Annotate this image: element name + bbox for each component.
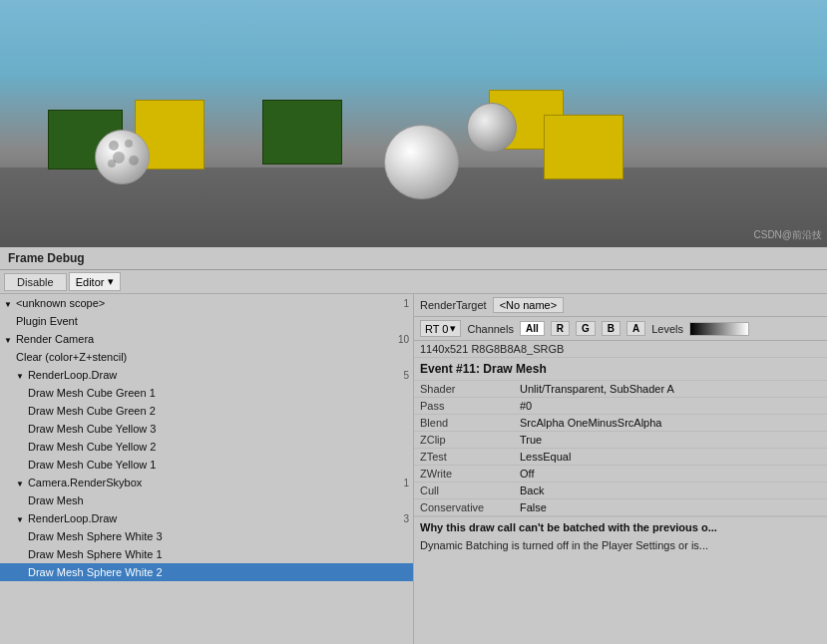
event-title: Event #11: Draw Mesh <box>414 358 827 381</box>
tree-item-text: <unknown scope> <box>16 297 105 309</box>
info-panel: RenderTarget <No name> RT 0 ▾ Channels A… <box>414 294 827 644</box>
shader-label: Shader <box>414 381 514 398</box>
cube-green-2 <box>262 100 342 164</box>
tree-item-text: Clear (color+Z+stencil) <box>16 351 127 363</box>
prop-pass: Pass #0 <box>414 398 827 415</box>
triangle-down-icon <box>16 369 26 381</box>
tree-item[interactable]: Draw Mesh <box>0 491 413 509</box>
chevron-down-icon-rt: ▾ <box>450 322 456 335</box>
zwrite-value: Off <box>514 466 827 483</box>
cull-label: Cull <box>414 483 514 499</box>
triangle-down-icon <box>4 297 14 309</box>
panel-header: Frame Debug <box>0 247 827 270</box>
channels-label: Channels <box>467 323 513 335</box>
triangle-down-icon <box>16 477 26 488</box>
pass-label: Pass <box>414 398 514 415</box>
rt-bar-2: RT 0 ▾ Channels All R G B A Levels <box>414 317 827 341</box>
tree-item-text: RenderLoop.Draw <box>28 512 117 524</box>
tree-item-text: Draw Mesh <box>28 494 84 506</box>
watermark: CSDN@前沿技 <box>754 228 823 242</box>
prop-zwrite: ZWrite Off <box>414 466 827 483</box>
shader-value: Unlit/Transparent, SubShader A <box>514 381 827 398</box>
conservative-label: Conservative <box>414 499 514 516</box>
tree-item-text: Camera.RenderSkybox <box>28 477 142 488</box>
tree-item-text: Draw Mesh Sphere White 2 <box>28 566 163 578</box>
editor-dropdown[interactable]: Editor ▾ <box>69 272 122 291</box>
tree-item-label: <unknown scope> <box>4 297 105 309</box>
prop-zclip: ZClip True <box>414 432 827 449</box>
count-badge: 3 <box>389 513 409 524</box>
panel-body: <unknown scope>1Plugin EventRender Camer… <box>0 294 827 644</box>
disable-button[interactable]: Disable <box>4 273 67 291</box>
cull-value: Back <box>514 483 827 499</box>
blend-value: SrcAlpha OneMinusSrcAlpha <box>514 415 827 432</box>
tree-item[interactable]: Draw Mesh Cube Green 1 <box>0 384 413 402</box>
editor-label: Editor <box>76 276 105 288</box>
count-badge: 10 <box>389 334 409 345</box>
tree-item-label: Draw Mesh Cube Yellow 1 <box>4 459 156 471</box>
tree-item[interactable]: <unknown scope>1 <box>0 294 413 312</box>
count-badge: 1 <box>389 298 409 309</box>
pass-value: #0 <box>514 398 827 415</box>
channel-a-btn[interactable]: A <box>626 321 645 336</box>
rt0-dropdown[interactable]: RT 0 ▾ <box>420 320 461 337</box>
tree-item[interactable]: Camera.RenderSkybox1 <box>0 474 413 491</box>
ztest-value: LessEqual <box>514 449 827 466</box>
tree-panel[interactable]: <unknown scope>1Plugin EventRender Camer… <box>0 294 414 644</box>
tree-item[interactable]: Draw Mesh Cube Green 2 <box>0 402 413 420</box>
tree-item-text: Draw Mesh Sphere White 3 <box>28 530 163 542</box>
zclip-value: True <box>514 432 827 449</box>
tree-item[interactable]: Draw Mesh Sphere White 1 <box>0 545 413 563</box>
levels-bar[interactable] <box>689 322 749 336</box>
tree-item-text: Draw Mesh Cube Green 2 <box>28 405 156 417</box>
triangle-down-icon <box>16 512 26 524</box>
tree-item[interactable]: RenderLoop.Draw5 <box>0 366 413 384</box>
conservative-value: False <box>514 499 827 516</box>
tree-item-text: Draw Mesh Sphere White 1 <box>28 548 163 560</box>
channel-g-btn[interactable]: G <box>576 321 596 336</box>
tree-item-label: Render Camera <box>4 333 94 345</box>
channel-r-btn[interactable]: R <box>551 321 570 336</box>
resolution-row: 1140x521 R8G8B8A8_SRGB <box>414 341 827 358</box>
tree-item-label: RenderLoop.Draw <box>4 369 117 381</box>
tree-item[interactable]: Render Camera10 <box>0 330 413 348</box>
tree-item-label: Draw Mesh Cube Yellow 3 <box>4 423 156 435</box>
frame-debug-panel: Frame Debug Disable Editor ▾ <unknown sc… <box>0 247 827 644</box>
tree-item[interactable]: Draw Mesh Cube Yellow 2 <box>0 438 413 456</box>
tree-item-text: Plugin Event <box>16 315 78 327</box>
tree-item[interactable]: Clear (color+Z+stencil) <box>0 348 413 366</box>
tree-item[interactable]: Plugin Event <box>0 312 413 330</box>
tree-item-label: Draw Mesh Cube Yellow 2 <box>4 441 156 453</box>
panel-toolbar: Disable Editor ▾ <box>0 270 827 294</box>
triangle-down-icon <box>4 333 14 345</box>
prop-ztest: ZTest LessEqual <box>414 449 827 466</box>
tree-item-label: Draw Mesh Cube Green 2 <box>4 405 156 417</box>
channel-b-btn[interactable]: B <box>602 321 620 336</box>
chevron-down-icon: ▾ <box>108 275 114 288</box>
zwrite-label: ZWrite <box>414 466 514 483</box>
rt-value: <No name> <box>493 297 564 313</box>
levels-label: Levels <box>651 323 683 335</box>
tree-item[interactable]: Draw Mesh Sphere White 3 <box>0 527 413 545</box>
tree-item[interactable]: RenderLoop.Draw3 <box>0 509 413 527</box>
properties-table: Shader Unlit/Transparent, SubShader A Pa… <box>414 381 827 516</box>
tree-item[interactable]: Draw Mesh Cube Yellow 3 <box>0 420 413 438</box>
tree-item[interactable]: Draw Mesh Sphere White 2 <box>0 563 413 581</box>
prop-blend: Blend SrcAlpha OneMinusSrcAlpha <box>414 415 827 432</box>
tree-item-text: Render Camera <box>16 333 94 345</box>
tree-item-label: Draw Mesh Sphere White 2 <box>4 566 163 578</box>
tree-item-text: Draw Mesh Cube Yellow 1 <box>28 459 156 471</box>
tree-item[interactable]: Draw Mesh Cube Yellow 1 <box>0 456 413 474</box>
rt-bar: RenderTarget <No name> <box>414 294 827 317</box>
zclip-label: ZClip <box>414 432 514 449</box>
cube-yellow-3 <box>544 115 623 179</box>
scene-viewport: CSDN@前沿技 <box>0 0 827 247</box>
tree-item-label: Camera.RenderSkybox <box>4 477 142 488</box>
blend-label: Blend <box>414 415 514 432</box>
prop-conservative: Conservative False <box>414 499 827 516</box>
tree-item-label: Draw Mesh Sphere White 1 <box>4 548 163 560</box>
tree-item-text: RenderLoop.Draw <box>28 369 117 381</box>
sphere-white-2 <box>384 125 459 199</box>
sphere-white-3 <box>467 103 517 153</box>
channel-all-btn[interactable]: All <box>520 321 545 336</box>
